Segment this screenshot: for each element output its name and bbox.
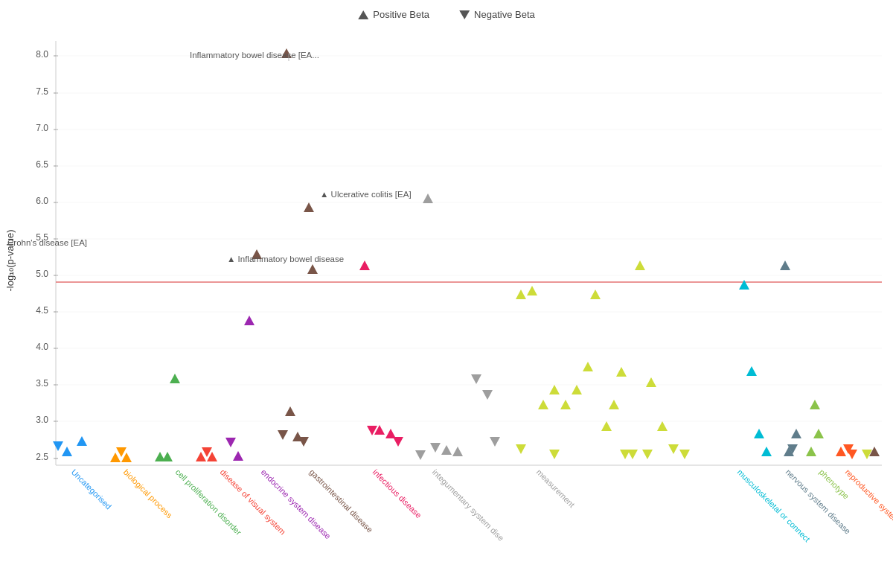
- data-point: [490, 437, 500, 447]
- data-point: [53, 441, 63, 451]
- data-point: [601, 421, 612, 431]
- data-point: [560, 400, 571, 409]
- data-point: [527, 286, 537, 295]
- data-point: [780, 261, 790, 270]
- data-point: [746, 366, 757, 376]
- svg-text:8.0: 8.0: [36, 49, 48, 60]
- svg-text:4.5: 4.5: [36, 305, 48, 316]
- svg-text:infectious disease: infectious disease: [371, 467, 423, 520]
- data-point: [538, 400, 548, 409]
- data-point: [233, 451, 243, 461]
- svg-text:measurement: measurement: [535, 467, 577, 509]
- svg-text:biological process: biological process: [122, 467, 175, 520]
- y-axis: 8.0 7.5 7.0 6.5 6.0 5.5 5.0: [4, 41, 882, 465]
- data-point: [244, 316, 255, 325]
- data-point: [810, 400, 820, 409]
- data-point: [806, 447, 816, 456]
- chart-container: Positive Beta Negative Beta 8.0 7.5: [0, 0, 893, 588]
- svg-text:3.5: 3.5: [36, 378, 48, 389]
- data-point: [278, 430, 288, 440]
- data-point: [415, 450, 426, 460]
- data-point: [77, 436, 87, 446]
- data-point: [583, 362, 593, 371]
- svg-text:5.0: 5.0: [36, 269, 48, 279]
- data-point: [609, 400, 619, 409]
- data-point: [739, 280, 749, 290]
- data-point: [516, 444, 526, 454]
- data-point: [616, 367, 627, 377]
- x-axis-labels: Uncategorised biological process cell pr…: [70, 467, 893, 543]
- svg-text:3.0: 3.0: [36, 415, 48, 425]
- svg-text:reproductive system: reproductive system: [844, 467, 893, 525]
- data-point: [482, 390, 493, 400]
- svg-text:6.5: 6.5: [36, 159, 48, 170]
- svg-text:Uncategorised: Uncategorised: [70, 467, 114, 511]
- data-point: [668, 444, 679, 454]
- data-point: [549, 450, 560, 459]
- main-chart-svg: 8.0 7.5 7.0 6.5 6.0 5.5 5.0: [0, 0, 893, 588]
- data-point: [549, 385, 560, 394]
- data-point: [572, 385, 582, 394]
- svg-text:6.0: 6.0: [36, 196, 48, 206]
- data-point: [298, 437, 309, 447]
- data-point-uc: [304, 202, 314, 212]
- data-point: [423, 194, 433, 203]
- svg-text:7.0: 7.0: [36, 123, 48, 133]
- annotation-ibd-ea: Inflammatory bowel disease [EA...: [190, 51, 319, 60]
- data-point: [285, 406, 295, 416]
- annotation-crohns: Crohn's disease [EA]: [7, 238, 87, 247]
- svg-text:7.5: 7.5: [36, 86, 48, 97]
- annotation-uc: ▲ Ulcerative colitis [EA]: [320, 190, 412, 199]
- svg-text:4.0: 4.0: [36, 342, 48, 352]
- data-point: [813, 429, 824, 438]
- data-point: [471, 374, 481, 384]
- data-point: [393, 437, 403, 447]
- data-point-ibd2: [307, 264, 318, 274]
- data-point: [635, 261, 645, 270]
- svg-text:integumentary system dise: integumentary system dise: [431, 467, 506, 543]
- svg-text:2.5: 2.5: [36, 452, 48, 462]
- data-point: [225, 438, 236, 447]
- data-point: [359, 261, 370, 270]
- data-point: [441, 445, 452, 455]
- data-point: [642, 450, 653, 459]
- data-point: [110, 453, 121, 462]
- data-point: [590, 290, 601, 299]
- data-point: [452, 447, 463, 456]
- data-point: [62, 447, 72, 456]
- data-point: [170, 374, 180, 383]
- data-point: [620, 450, 630, 459]
- data-point: [196, 452, 206, 461]
- data-point: [754, 429, 764, 438]
- annotation-ibd: ▲ Inflammatory bowel disease: [227, 255, 344, 263]
- data-point: [791, 429, 801, 438]
- data-point: [646, 377, 656, 387]
- data-point: [679, 450, 690, 459]
- data-point: [430, 443, 441, 453]
- data-point: [761, 447, 772, 456]
- data-point: [162, 452, 173, 461]
- data-point: [516, 290, 526, 299]
- data-point: [836, 447, 846, 456]
- data-point: [657, 421, 668, 431]
